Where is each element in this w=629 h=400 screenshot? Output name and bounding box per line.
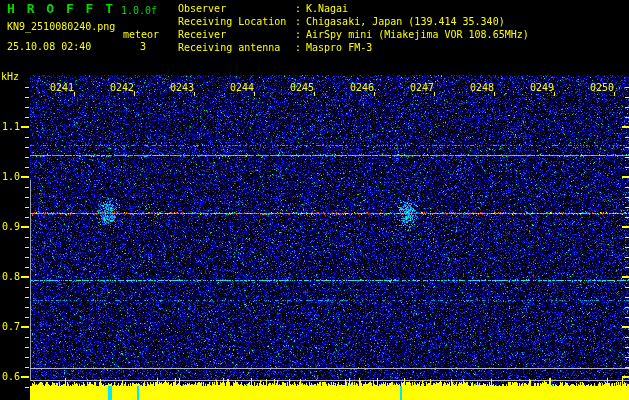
x-tick-label: 0244 xyxy=(230,82,254,93)
hrofft-window: H R O F F T 1.0.0f KN9_2510080240.png me… xyxy=(0,0,629,400)
y-tick-label: 0.7 xyxy=(0,321,20,332)
x-tick-label: 0241 xyxy=(50,82,74,93)
info-separator: : xyxy=(295,41,306,54)
info-row-observer: Observer:K.Nagai xyxy=(178,2,529,15)
info-separator: : xyxy=(295,28,306,41)
info-value: K.Nagai xyxy=(306,2,348,15)
info-value: Maspro FM-3 xyxy=(306,41,372,54)
x-tick-label: 0242 xyxy=(110,82,134,93)
info-label: Receiving antenna xyxy=(178,41,295,54)
info-row-location: Receiving Location:Chigasaki, Japan (139… xyxy=(178,15,529,28)
app-title: H R O F F T xyxy=(7,3,115,14)
record-datetime: 25.10.08 02:40 xyxy=(7,41,91,52)
info-separator: : xyxy=(295,15,306,28)
y-tick-label: 0.9 xyxy=(0,221,20,232)
info-row-receiver: Receiver:AirSpy mini (Miakejima VOR 108.… xyxy=(178,28,529,41)
y-axis-unit-label: kHz xyxy=(1,71,19,82)
y-tick-label: 0.6 xyxy=(0,371,20,382)
info-row-antenna: Receiving antenna:Maspro FM-3 xyxy=(178,41,529,54)
x-tick-label: 0246 xyxy=(350,82,374,93)
info-value: Chigasaki, Japan (139.414 35.340) xyxy=(306,15,505,28)
x-tick-label: 0243 xyxy=(170,82,194,93)
y-tick-label: 1.1 xyxy=(0,121,20,132)
x-tick-label: 0249 xyxy=(530,82,554,93)
y-tick-label: 0.8 xyxy=(0,271,20,282)
x-tick-label: 0247 xyxy=(410,82,434,93)
info-value: AirSpy mini (Miakejima VOR 108.65MHz) xyxy=(306,28,529,41)
spectrogram-canvas xyxy=(0,0,629,400)
info-label: Receiving Location xyxy=(178,15,295,28)
observer-info-block: Observer:K.Nagai Receiving Location:Chig… xyxy=(178,2,529,54)
meteor-count-value: 3 xyxy=(140,41,146,52)
info-label: Observer xyxy=(178,2,295,15)
x-tick-label: 0245 xyxy=(290,82,314,93)
x-tick-label: 0250 xyxy=(590,82,614,93)
x-tick-label: 0248 xyxy=(470,82,494,93)
app-version: 1.0.0f xyxy=(121,5,157,16)
info-label: Receiver xyxy=(178,28,295,41)
meteor-count-label: meteor xyxy=(123,29,159,40)
info-separator: : xyxy=(295,2,306,15)
output-filename: KN9_2510080240.png xyxy=(7,21,115,32)
y-tick-label: 1.0 xyxy=(0,171,20,182)
